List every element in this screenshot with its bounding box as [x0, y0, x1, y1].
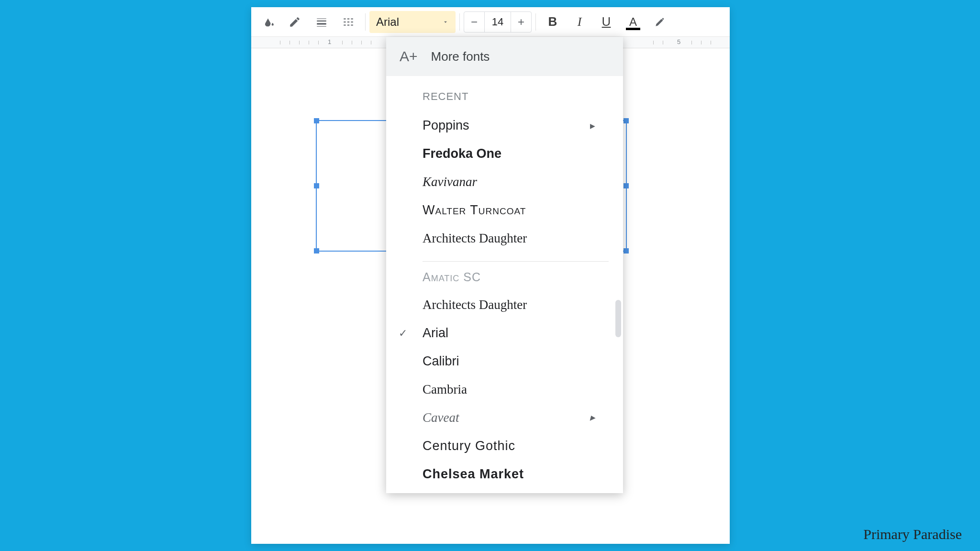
divider	[365, 13, 366, 31]
font-item-label: Fredoka One	[423, 146, 501, 161]
text-color-bar	[626, 28, 640, 30]
resize-handle[interactable]	[314, 248, 319, 253]
divider	[535, 13, 536, 31]
resize-handle[interactable]	[314, 118, 319, 123]
font-item-label: Amatic SC	[423, 270, 481, 284]
bold-button[interactable]: B	[540, 11, 566, 33]
font-size-value[interactable]: 14	[484, 12, 511, 32]
font-item-label: Architects Daughter	[423, 231, 527, 246]
font-family-selector[interactable]: Arial	[369, 11, 456, 33]
font-item-label: Cambria	[423, 382, 467, 397]
underline-button[interactable]: U	[593, 11, 619, 33]
resize-handle[interactable]	[314, 183, 319, 188]
font-item-label: Century Gothic	[423, 439, 515, 453]
font-item-label: Calibri	[423, 354, 459, 369]
font-size-group: − 14 +	[464, 11, 532, 33]
toolbar: Arial − 14 + B I U A	[251, 7, 730, 37]
font-item[interactable]: Kavivanar	[423, 168, 609, 196]
font-item-label: Arial	[423, 326, 448, 341]
font-item[interactable]: Caveat▶	[423, 404, 609, 432]
scrollbar-thumb[interactable]	[615, 300, 621, 337]
fill-color-icon[interactable]	[255, 11, 281, 33]
highlight-button[interactable]	[647, 11, 673, 33]
font-item-label: Chelsea Market	[423, 467, 524, 482]
font-item[interactable]: Chelsea Market	[423, 460, 609, 488]
ruler-mark: 1	[328, 38, 331, 45]
more-fonts-label: More fonts	[431, 49, 490, 64]
check-icon: ✓	[399, 327, 407, 340]
font-item[interactable]: Century Gothic	[423, 432, 609, 460]
font-item[interactable]: Poppins▶	[423, 111, 609, 140]
font-item[interactable]: ✓Arial	[423, 319, 609, 347]
font-item[interactable]: Cambria	[423, 375, 609, 404]
watermark: Primary Paradise	[863, 526, 962, 542]
line-weight-icon[interactable]	[309, 11, 334, 33]
line-dash-icon[interactable]	[335, 11, 361, 33]
ruler-mark: 5	[677, 38, 680, 45]
font-item[interactable]: Walter Turncoat	[423, 196, 609, 224]
font-item-label: Architects Daughter	[423, 298, 527, 312]
font-item-label: Poppins	[423, 118, 469, 133]
font-item[interactable]: Fredoka One	[423, 140, 609, 168]
divider	[459, 13, 460, 31]
submenu-arrow-icon: ▶	[590, 122, 595, 130]
font-item-label: Caveat	[423, 410, 459, 425]
resize-handle[interactable]	[624, 183, 629, 188]
submenu-arrow-icon: ▶	[590, 414, 595, 422]
font-item[interactable]: Architects Daughter	[423, 224, 609, 253]
text-color-letter: A	[629, 15, 637, 29]
more-fonts-item[interactable]: A+ More fonts	[386, 37, 623, 76]
app-window: Arial − 14 + B I U A 1 5	[251, 7, 730, 544]
font-item[interactable]: Architects Daughter	[423, 291, 609, 319]
divider	[423, 261, 609, 262]
font-item[interactable]: Amatic SC	[423, 264, 609, 291]
increase-font-size-button[interactable]: +	[511, 12, 531, 32]
text-color-button[interactable]: A	[620, 11, 646, 33]
font-item-label: Kavivanar	[423, 175, 477, 189]
font-name-label: Arial	[376, 15, 399, 29]
italic-button[interactable]: I	[567, 11, 592, 33]
decrease-font-size-button[interactable]: −	[464, 12, 484, 32]
more-fonts-icon: A+	[400, 48, 418, 65]
resize-handle[interactable]	[624, 248, 629, 253]
font-item[interactable]: Calibri	[423, 347, 609, 375]
pen-icon[interactable]	[282, 11, 308, 33]
recent-heading: RECENT	[423, 76, 609, 111]
chevron-down-icon	[442, 19, 449, 25]
recent-section: RECENT Poppins▶Fredoka OneKavivanarWalte…	[386, 76, 623, 488]
resize-handle[interactable]	[624, 118, 629, 123]
font-item-label: Walter Turncoat	[423, 203, 526, 218]
font-dropdown: A+ More fonts RECENT Poppins▶Fredoka One…	[386, 37, 623, 493]
